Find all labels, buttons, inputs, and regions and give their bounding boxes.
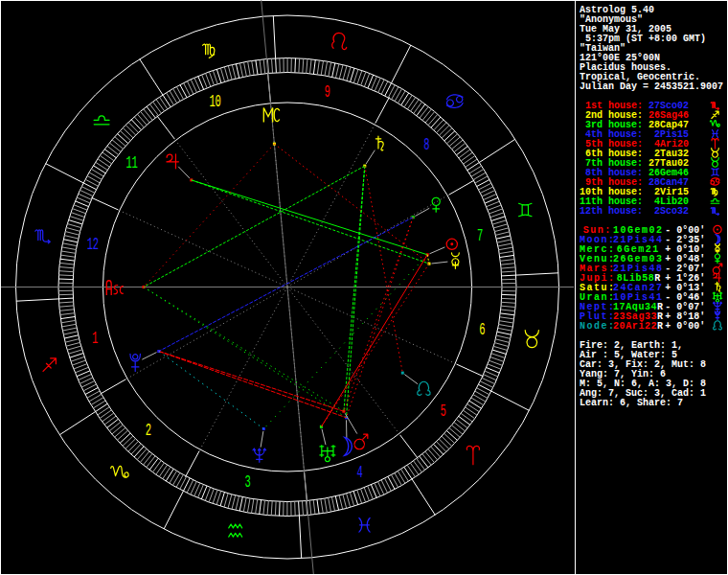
svg-text:Learn: 6, Share: 7: Learn: 6, Share: 7 <box>580 398 683 408</box>
svg-text:11: 11 <box>125 153 137 172</box>
svg-text:7: 7 <box>477 226 483 244</box>
svg-text:3: 3 <box>244 473 250 492</box>
svg-text:9: 9 <box>324 82 330 101</box>
svg-text:12: 12 <box>87 236 99 254</box>
svg-text:6: 6 <box>479 320 485 338</box>
svg-text:20Ari22: 20Ari22 <box>613 321 657 332</box>
svg-text:2: 2 <box>146 421 151 439</box>
svg-text:1: 1 <box>92 329 98 347</box>
svg-text:8: 8 <box>423 135 429 153</box>
svg-text:2Sco32: 2Sco32 <box>648 206 689 217</box>
svg-text:5: 5 <box>441 402 446 421</box>
svg-text:R: R <box>657 321 663 332</box>
svg-text:4: 4 <box>356 464 362 482</box>
svg-text:Julian Day = 2453521.9007: Julian Day = 2453521.9007 <box>580 81 723 92</box>
svg-text:12th house:: 12th house: <box>580 206 643 217</box>
svg-text:+ 0°00': + 0°00' <box>665 321 705 332</box>
svg-text:Node:: Node: <box>580 321 616 332</box>
svg-text:10: 10 <box>210 92 221 110</box>
